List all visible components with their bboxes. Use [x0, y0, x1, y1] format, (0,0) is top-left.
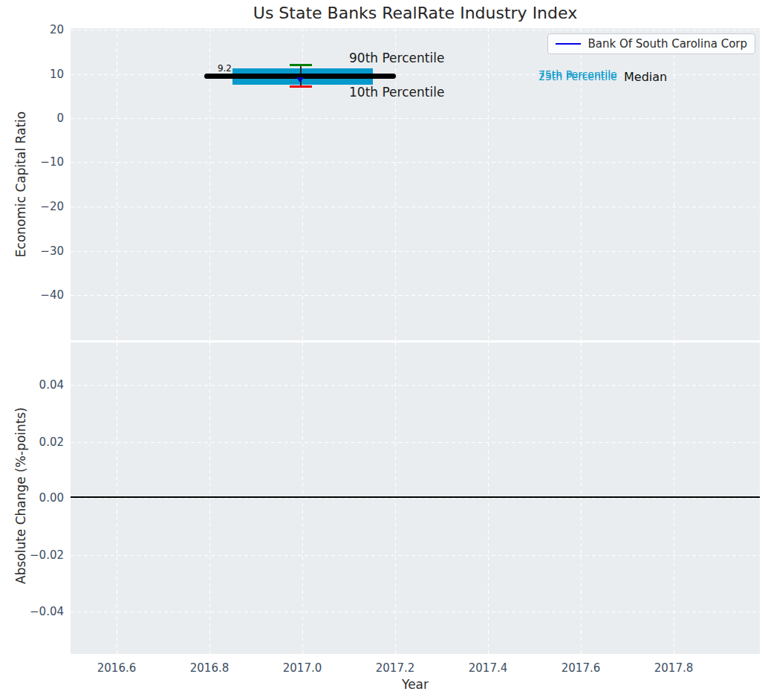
gridline-h	[71, 612, 760, 612]
ytick-bottom: 0.04	[19, 378, 64, 392]
p90-annotation: 90th Percentile	[349, 51, 444, 65]
legend-line-sample-icon	[556, 43, 581, 45]
gridline-h	[71, 30, 760, 30]
gridline-h	[71, 555, 760, 556]
p90-errorbar-cap	[290, 64, 312, 66]
gridline-h	[71, 118, 760, 119]
xtick: 2017.4	[461, 661, 515, 675]
bottom-y-axis-label: Absolute Change (%-points)	[13, 407, 28, 584]
legend: Bank Of South Carolina Corp	[547, 33, 755, 54]
bottom-plot-area	[71, 343, 760, 654]
top-y-axis-label: Economic Capital Ratio	[13, 111, 28, 257]
value-annotation: 9.2	[157, 63, 232, 74]
top-plot-area: 9.2 90th Percentile 10th Percentile 75th…	[71, 28, 760, 340]
gridline-h	[71, 207, 760, 207]
ytick-bottom: −0.04	[19, 605, 64, 618]
p10-annotation: 10th Percentile	[349, 85, 444, 100]
gridline-h	[71, 251, 760, 252]
p25-annotation: 25th Percentile	[538, 71, 617, 82]
x-axis-label: Year	[71, 677, 760, 692]
figure: Us State Banks RealRate Industry Index 9…	[0, 0, 768, 700]
ytick-top: −40	[19, 288, 64, 302]
gridline-h	[71, 442, 760, 443]
ytick-top: 20	[19, 23, 64, 36]
legend-label: Bank Of South Carolina Corp	[588, 37, 747, 51]
gridline-h	[71, 498, 760, 499]
zero-reference-line	[71, 496, 760, 498]
xtick: 2016.8	[183, 661, 236, 675]
gridline-h	[71, 295, 760, 296]
gridline-h	[71, 162, 760, 163]
xtick: 2017.8	[647, 661, 700, 675]
xtick: 2017.6	[554, 661, 608, 675]
xtick: 2017.2	[368, 661, 422, 675]
ytick-top: 10	[19, 68, 64, 81]
median-annotation: Median	[624, 70, 667, 84]
company-marker-icon	[296, 77, 304, 82]
p10-errorbar-cap	[290, 85, 312, 88]
gridline-h	[71, 385, 760, 386]
xtick: 2017.0	[276, 661, 329, 675]
xtick: 2016.6	[90, 661, 143, 675]
chart-title: Us State Banks RealRate Industry Index	[71, 4, 760, 22]
